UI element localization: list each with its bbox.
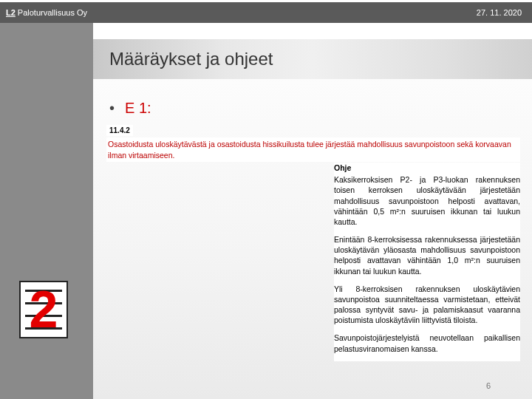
bullet-row: • E 1: — [109, 100, 151, 117]
title-bar: Määräykset ja ohjeet — [93, 39, 532, 79]
bullet-label: E 1: — [125, 100, 151, 117]
regulation-section: 11.4.2 — [106, 125, 133, 136]
company-name: Paloturvallisuus Oy — [18, 8, 87, 17]
logo-glyph: 2 — [30, 284, 58, 335]
brand-logo: 2 — [19, 281, 68, 338]
guidance-column: Ohje Kaksikerroksisen P2- ja P3-luokan r… — [334, 163, 520, 361]
page-number: 6 — [486, 381, 491, 390]
guidance-p2: Enintään 8-kerroksisessa rakennuksessa j… — [334, 234, 520, 276]
header-date: 27. 11. 2020 — [477, 8, 522, 17]
guidance-p1: Kaksikerroksisen P2- ja P3-luokan rakenn… — [334, 174, 520, 227]
content-area: • E 1: 11.4.2 Osastoidusta uloskäytäväst… — [93, 79, 532, 399]
guidance-p4: Savunpoistojärjestelyistä neuvotellaan p… — [334, 332, 520, 353]
header-bar: L2 Paloturvallisuus Oy 27. 11. 2020 — [0, 2, 532, 23]
sidebar — [0, 23, 93, 399]
brand-short: L2 — [6, 8, 16, 17]
guidance-p3: Yli 8-kerroksisen rakennuksen uloskäytäv… — [334, 284, 520, 326]
regulation-text: Osastoidusta uloskäytävästä ja osastoidu… — [106, 137, 520, 162]
page-title: Määräykset ja ohjeet — [109, 49, 273, 69]
header-left: L2 Paloturvallisuus Oy — [6, 8, 87, 17]
bullet-dot: • — [109, 100, 115, 117]
guidance-heading: Ohje — [334, 163, 520, 173]
